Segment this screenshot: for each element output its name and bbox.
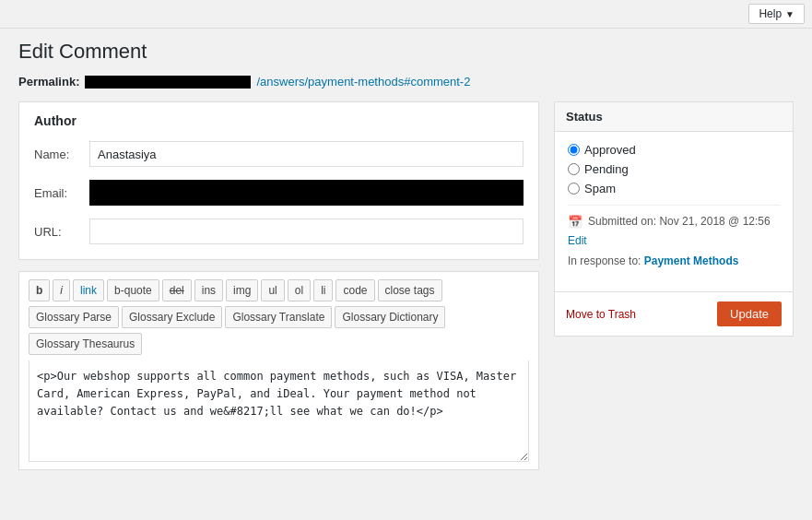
- li-button[interactable]: li: [313, 279, 333, 301]
- email-field-row: Email:: [34, 180, 524, 206]
- glossary-translate-button[interactable]: Glossary Translate: [225, 306, 332, 328]
- approved-radio-row: Approved: [568, 143, 780, 157]
- author-box: Author Name: Email: URL:: [18, 101, 539, 260]
- glossary-exclude-button[interactable]: Glossary Exclude: [122, 306, 222, 328]
- pending-label[interactable]: Pending: [584, 162, 629, 176]
- edit-link[interactable]: Edit: [568, 234, 780, 247]
- link-button[interactable]: link: [73, 279, 104, 301]
- name-input[interactable]: [89, 141, 524, 167]
- url-input[interactable]: [89, 219, 524, 244]
- close-tags-button[interactable]: close tags: [378, 279, 442, 301]
- url-field-row: URL:: [34, 219, 524, 244]
- pending-radio-row: Pending: [568, 162, 780, 176]
- ul-button[interactable]: ul: [261, 279, 284, 301]
- submitted-row: 📅 Submitted on: Nov 21, 2018 @ 12:56: [568, 215, 780, 229]
- toolbar-row-1: b i link b-quote del ins img ul ol li co…: [29, 279, 529, 301]
- author-title: Author: [34, 113, 524, 128]
- in-response-row: In response to: Payment Methods: [568, 254, 780, 267]
- glossary-dictionary-button[interactable]: Glossary Dictionary: [335, 306, 445, 328]
- ins-button[interactable]: ins: [194, 279, 223, 301]
- toolbar-row-glossary: Glossary Parse Glossary Exclude Glossary…: [29, 306, 529, 328]
- permalink-label: Permalink:: [18, 75, 79, 89]
- del-button[interactable]: del: [162, 279, 192, 301]
- email-redacted: [89, 180, 524, 206]
- submitted-label: Submitted on:: [588, 215, 656, 228]
- calendar-icon: 📅: [568, 215, 583, 229]
- italic-button[interactable]: i: [53, 279, 70, 301]
- status-body: Approved Pending Spam 📅 Submitt: [555, 132, 793, 291]
- help-label: Help: [759, 7, 782, 20]
- approved-radio[interactable]: [568, 144, 580, 156]
- email-label: Email:: [34, 186, 89, 200]
- url-label: URL:: [34, 225, 89, 239]
- name-field-row: Name:: [34, 141, 524, 167]
- ol-button[interactable]: ol: [288, 279, 311, 301]
- right-panel: Status Approved Pending Spam: [554, 101, 794, 337]
- bold-button[interactable]: b: [29, 279, 50, 301]
- page-content: Edit Comment Permalink: /answers/payment…: [0, 29, 812, 481]
- bquote-button[interactable]: b-quote: [107, 279, 159, 301]
- permalink-link[interactable]: /answers/payment-methods#comment-2: [256, 75, 470, 89]
- spam-label[interactable]: Spam: [584, 182, 616, 195]
- spam-radio[interactable]: [568, 183, 580, 195]
- spam-radio-row: Spam: [568, 182, 780, 195]
- status-box: Status Approved Pending Spam: [554, 101, 794, 337]
- toolbar-box: b i link b-quote del ins img ul ol li co…: [18, 271, 539, 470]
- left-panel: Author Name: Email: URL: b i: [18, 101, 539, 470]
- status-divider: [568, 205, 780, 206]
- move-to-trash-link[interactable]: Move to Trash: [566, 308, 636, 321]
- code-button[interactable]: code: [335, 279, 374, 301]
- in-response-link[interactable]: Payment Methods: [644, 254, 739, 267]
- main-layout: Author Name: Email: URL: b i: [18, 101, 794, 470]
- page-title: Edit Comment: [18, 40, 794, 64]
- top-bar: Help ▼: [0, 0, 812, 29]
- img-button[interactable]: img: [226, 279, 258, 301]
- status-header: Status: [555, 102, 793, 132]
- glossary-thesaurus-button[interactable]: Glossary Thesaurus: [29, 333, 142, 355]
- toolbar-row-extra: Glossary Thesaurus: [29, 333, 529, 355]
- submitted-date: Nov 21, 2018 @ 12:56: [659, 215, 770, 228]
- comment-textarea[interactable]: <p>Our webshop supports all common payme…: [29, 360, 529, 462]
- pending-radio[interactable]: [568, 163, 580, 175]
- name-label: Name:: [34, 148, 89, 161]
- permalink-row: Permalink: /answers/payment-methods#comm…: [18, 75, 794, 89]
- help-arrow-icon: ▼: [785, 9, 794, 19]
- update-button[interactable]: Update: [717, 301, 782, 326]
- help-button[interactable]: Help ▼: [748, 4, 805, 24]
- glossary-parse-button[interactable]: Glossary Parse: [29, 306, 119, 328]
- in-response-label: In response to:: [568, 254, 641, 267]
- submitted-text: Submitted on: Nov 21, 2018 @ 12:56: [588, 215, 771, 228]
- approved-label[interactable]: Approved: [584, 143, 636, 157]
- status-footer: Move to Trash Update: [555, 291, 793, 336]
- permalink-redacted: [85, 76, 251, 89]
